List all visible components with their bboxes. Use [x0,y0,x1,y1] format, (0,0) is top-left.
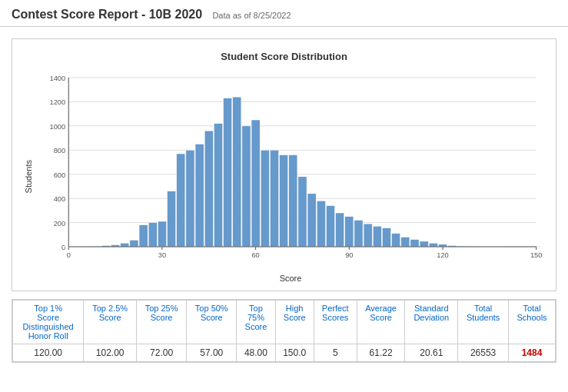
table-cell-2: 72.00 [137,344,187,362]
table-header-8: StandardDeviation [405,301,458,344]
table-row: 120.00102.0072.0057.0048.00150.0561.2220… [13,344,556,362]
table-header-5: HighScore [275,301,314,344]
table-header-6: PerfectScores [314,301,357,344]
table-cell-1: 102.00 [84,344,137,362]
svg-text:0: 0 [67,251,71,259]
table-header-10: TotalSchools [509,301,556,344]
page-header: Contest Score Report - 10B 2020 Data as … [0,0,568,27]
stats-table-section: Top 1%ScoreDistinguishedHonor RollTop 2.… [12,299,556,363]
table-cell-0: 120.00 [13,344,84,362]
table-cell-4: 48.00 [237,344,275,362]
svg-rect-48 [251,120,260,247]
svg-rect-63 [392,234,400,247]
svg-rect-42 [195,144,204,247]
svg-rect-66 [420,241,428,247]
chart-container: Student Score Distribution Students 0200… [12,38,556,291]
svg-rect-39 [168,191,176,247]
stats-table: Top 1%ScoreDistinguishedHonor RollTop 2.… [12,300,556,362]
svg-rect-36 [139,225,148,247]
svg-text:200: 200 [54,220,65,228]
svg-rect-56 [326,206,334,247]
chart-svg: 02004006008001000120014000306090120150 [37,70,544,270]
svg-text:1000: 1000 [50,123,66,131]
y-axis-label: Students [24,160,33,193]
svg-rect-59 [354,220,363,247]
svg-rect-34 [121,243,129,247]
svg-rect-43 [204,131,213,247]
chart-area: Students 0200400600800100012001400030609… [24,70,544,283]
table-header-row: Top 1%ScoreDistinguishedHonor RollTop 2.… [13,301,556,344]
svg-rect-37 [148,223,157,247]
table-cell-8: 20.61 [405,344,458,362]
data-date: Data as of 8/25/2022 [212,11,291,20]
svg-rect-67 [429,243,437,247]
table-header-3: Top 50%Score [187,301,237,344]
svg-rect-50 [270,150,278,247]
svg-rect-53 [298,177,307,247]
table-header-4: Top75%Score [237,301,275,344]
svg-rect-65 [410,240,419,247]
svg-rect-38 [158,221,166,247]
svg-rect-62 [382,228,390,247]
table-cell-5: 150.0 [275,344,314,362]
table-header-9: TotalStudents [458,301,509,344]
svg-rect-40 [177,154,185,247]
svg-text:600: 600 [54,171,65,179]
svg-rect-46 [233,97,241,247]
svg-rect-54 [307,194,316,247]
x-axis-label: Score [37,274,544,283]
svg-rect-57 [336,213,344,247]
svg-rect-45 [224,98,232,247]
svg-text:0: 0 [61,244,65,251]
svg-rect-61 [373,226,381,247]
table-header-1: Top 2.5%Score [84,301,137,344]
svg-rect-64 [401,237,410,247]
svg-text:30: 30 [158,251,166,259]
svg-text:1200: 1200 [50,99,66,107]
svg-text:800: 800 [54,147,65,154]
chart-inner: 02004006008001000120014000306090120150 S… [37,70,544,283]
table-header-2: Top 25%Score [137,301,187,344]
svg-text:90: 90 [345,251,353,259]
svg-rect-44 [214,124,222,247]
svg-text:120: 120 [437,251,448,259]
table-cell-6: 5 [314,344,357,362]
svg-text:1400: 1400 [50,75,66,82]
table-cell-7: 61.22 [357,344,405,362]
page-title: Contest Score Report - 10B 2020 [12,8,202,21]
table-header-7: AverageScore [357,301,405,344]
table-cell-3: 57.00 [187,344,237,362]
svg-rect-52 [289,155,297,247]
table-header-0: Top 1%ScoreDistinguishedHonor Roll [13,301,84,344]
svg-rect-47 [242,126,251,247]
svg-rect-58 [345,217,354,247]
svg-rect-35 [130,240,138,247]
table-cell-10: 1484 [509,344,556,362]
chart-title: Student Score Distribution [24,51,544,62]
svg-rect-60 [364,224,372,247]
svg-text:150: 150 [530,251,542,259]
svg-text:400: 400 [54,195,65,203]
svg-rect-49 [261,150,269,247]
svg-rect-51 [280,155,288,247]
table-cell-9: 26553 [458,344,509,362]
svg-text:60: 60 [251,251,259,259]
svg-rect-41 [186,150,194,247]
svg-rect-55 [317,201,325,247]
